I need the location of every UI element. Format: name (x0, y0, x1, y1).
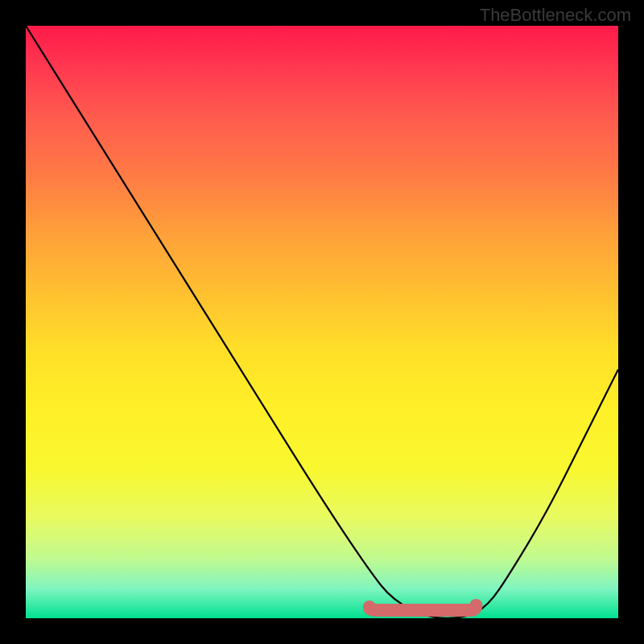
bottleneck-curve-path (26, 26, 618, 618)
watermark-text: TheBottleneck.com (480, 5, 631, 26)
chart-svg (26, 26, 618, 618)
optimal-range-marker (369, 605, 476, 610)
chart-plot-area (26, 26, 618, 618)
